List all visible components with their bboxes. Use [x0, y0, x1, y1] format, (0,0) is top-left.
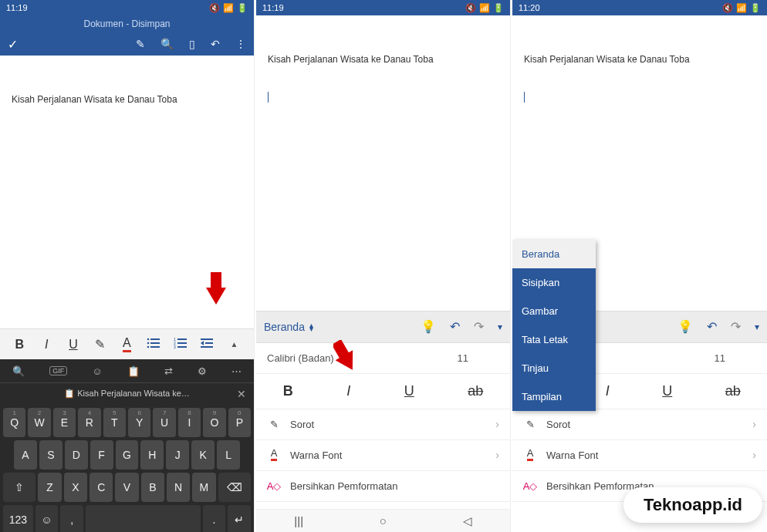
key-A[interactable]: A: [14, 440, 37, 470]
nav-home-button[interactable]: ○: [380, 514, 387, 527]
signal-icon: 📶: [736, 3, 747, 13]
key-F[interactable]: F: [90, 440, 113, 470]
keyboard-suggestion[interactable]: 📋 Kisah Perjalanan Wisata ke… ✕: [0, 383, 254, 404]
key-E[interactable]: 3E: [53, 408, 76, 437]
kb-space-key[interactable]: [86, 505, 201, 532]
underline-button[interactable]: U: [63, 338, 84, 352]
key-L[interactable]: L: [217, 440, 240, 470]
bullet-list-button[interactable]: [143, 337, 164, 352]
bold-button[interactable]: B: [8, 338, 30, 352]
key-Y[interactable]: 6Y: [128, 408, 150, 437]
kb-search-icon[interactable]: 🔍: [12, 365, 25, 377]
key-V[interactable]: V: [115, 473, 138, 502]
tell-me-button[interactable]: 💡: [677, 319, 693, 334]
menu-item-gambar[interactable]: Gambar: [512, 297, 596, 325]
search-icon[interactable]: 🔍: [160, 38, 174, 50]
font-size-selector[interactable]: 11: [715, 352, 725, 364]
key-W[interactable]: 2W: [28, 408, 50, 437]
bold-button[interactable]: B: [283, 383, 293, 399]
key-K[interactable]: K: [191, 440, 215, 470]
key-C[interactable]: C: [90, 473, 113, 502]
read-icon[interactable]: ▯: [189, 38, 195, 50]
kb-backspace-key[interactable]: ⌫: [218, 473, 251, 502]
undo-icon[interactable]: ↶: [211, 38, 220, 50]
key-U[interactable]: 7U: [153, 408, 175, 437]
italic-button[interactable]: I: [346, 383, 350, 399]
kb-gif-icon[interactable]: GIF: [49, 366, 67, 375]
chevron-right-icon: ›: [495, 418, 499, 430]
kb-clipboard-icon[interactable]: 📋: [127, 365, 140, 377]
collapse-ribbon-button[interactable]: ▾: [755, 322, 759, 332]
undo-button[interactable]: ↶: [450, 319, 460, 334]
clear-format-option[interactable]: A◇ Bersihkan Pemformatan: [256, 471, 510, 502]
menu-item-tinjau[interactable]: Tinjau: [512, 354, 596, 382]
nav-recent-button[interactable]: |||: [294, 514, 303, 527]
pen-icon[interactable]: ✎: [136, 38, 145, 50]
key-I[interactable]: 8I: [178, 408, 201, 437]
tell-me-button[interactable]: 💡: [421, 319, 436, 334]
status-bar: 11:20 🔇 📶 🔋: [512, 0, 767, 15]
key-R[interactable]: 4R: [78, 408, 100, 437]
menu-item-beranda[interactable]: Beranda: [512, 240, 596, 268]
keyboard[interactable]: 🔍 GIF ☺ 📋 ⇄ ⚙ ⋯ 📋 Kisah Perjalanan Wisat…: [0, 359, 254, 532]
document-whitespace[interactable]: [256, 110, 510, 311]
highlight-option[interactable]: ✎ Sorot ›: [256, 409, 510, 440]
signal-icon: 📶: [223, 3, 234, 13]
expand-ribbon-button[interactable]: ▲: [224, 340, 245, 348]
key-G[interactable]: G: [116, 440, 139, 470]
key-B[interactable]: B: [141, 473, 164, 502]
collapse-ribbon-button[interactable]: ▾: [498, 322, 502, 332]
key-M[interactable]: M: [192, 473, 215, 502]
undo-button[interactable]: ↶: [707, 319, 717, 334]
key-D[interactable]: D: [65, 440, 88, 470]
key-O[interactable]: 9O: [203, 408, 225, 437]
kb-settings-icon[interactable]: ⚙: [198, 365, 207, 377]
done-button[interactable]: ✓: [8, 37, 18, 52]
highlight-option[interactable]: ✎ Sorot ›: [512, 409, 767, 440]
font-name-selector[interactable]: Calibri (Badan): [267, 352, 334, 364]
kb-period-key[interactable]: .: [203, 505, 226, 532]
key-Q[interactable]: 1Q: [3, 408, 25, 437]
kb-123-key[interactable]: 123: [3, 505, 33, 532]
indent-button[interactable]: [197, 337, 218, 352]
font-size-selector[interactable]: 11: [458, 352, 468, 364]
kb-emoji-key[interactable]: ☺: [35, 505, 59, 532]
font-color-option[interactable]: A Warna Font ›: [512, 440, 767, 471]
ribbon-tab-selector[interactable]: Beranda ▴▾: [264, 321, 313, 333]
strikethrough-button[interactable]: ab: [468, 383, 483, 399]
strikethrough-button[interactable]: ab: [725, 383, 741, 399]
redo-button[interactable]: ↷: [474, 319, 484, 334]
key-J[interactable]: J: [166, 440, 189, 470]
italic-button[interactable]: I: [606, 383, 610, 399]
menu-item-tampilan[interactable]: Tampilan: [512, 382, 596, 411]
kb-enter-key[interactable]: ↵: [228, 505, 251, 532]
menu-item-tata-letak[interactable]: Tata Letak: [512, 325, 596, 354]
document-body[interactable]: Kisah Perjalanan Wisata ke Danau Toba: [512, 15, 767, 110]
highlight-button[interactable]: ✎: [90, 337, 111, 352]
kb-translate-icon[interactable]: ⇄: [164, 365, 173, 377]
key-N[interactable]: N: [167, 473, 190, 502]
document-body[interactable]: Kisah Perjalanan Wisata ke Danau Toba: [0, 56, 254, 113]
underline-button[interactable]: U: [662, 383, 672, 399]
kb-more-icon[interactable]: ⋯: [231, 365, 242, 377]
more-icon[interactable]: ⋮: [235, 38, 246, 50]
document-body[interactable]: Kisah Perjalanan Wisata ke Danau Toba: [256, 15, 510, 110]
key-S[interactable]: S: [39, 440, 63, 470]
key-Z[interactable]: Z: [38, 473, 61, 502]
kb-sticker-icon[interactable]: ☺: [92, 365, 102, 377]
numbered-list-button[interactable]: 123: [170, 337, 191, 352]
menu-item-sisipkan[interactable]: Sisipkan: [512, 268, 596, 297]
underline-button[interactable]: U: [404, 383, 414, 399]
font-color-button[interactable]: A: [116, 336, 137, 352]
key-X[interactable]: X: [64, 473, 87, 502]
kb-shift-key[interactable]: ⇧: [3, 473, 35, 502]
key-H[interactable]: H: [140, 440, 164, 470]
suggestion-close-button[interactable]: ✕: [237, 388, 246, 400]
key-T[interactable]: 5T: [103, 408, 126, 437]
kb-comma-key[interactable]: ,: [60, 505, 83, 532]
key-P[interactable]: 0P: [228, 408, 251, 437]
font-color-option[interactable]: A Warna Font ›: [256, 440, 510, 471]
italic-button[interactable]: I: [35, 338, 57, 352]
redo-button[interactable]: ↷: [731, 319, 741, 334]
nav-back-button[interactable]: ◁: [463, 514, 472, 528]
